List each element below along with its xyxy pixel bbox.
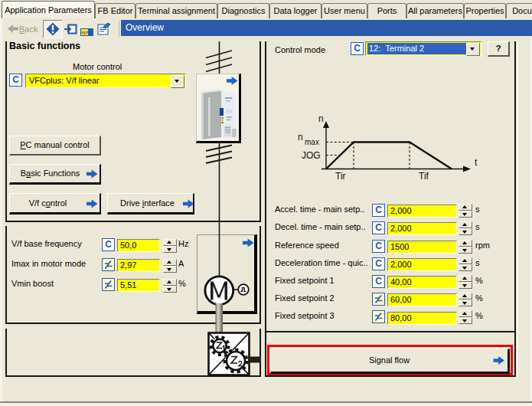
svg-text:JOG: JOG <box>302 150 321 161</box>
svg-text:max: max <box>305 138 319 146</box>
svg-text:n: n <box>318 113 324 124</box>
svg-text:Tir: Tir <box>335 171 346 182</box>
svg-text:t: t <box>475 157 478 168</box>
svg-text:n: n <box>298 132 303 142</box>
svg-text:Tif: Tif <box>419 171 429 182</box>
